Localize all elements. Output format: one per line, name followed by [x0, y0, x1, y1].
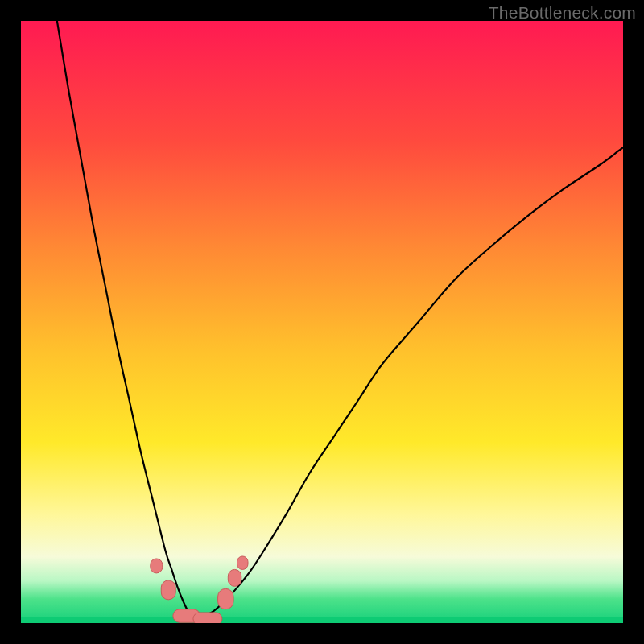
marker-point-1: [161, 580, 175, 600]
marker-point-6: [237, 556, 248, 569]
outer-frame: TheBottleneck.com: [0, 0, 644, 644]
curve-right-branch: [196, 147, 623, 620]
marker-point-4: [218, 588, 233, 609]
curve-left-branch: [57, 21, 196, 620]
marker-point-0: [151, 559, 163, 573]
watermark-text: TheBottleneck.com: [489, 3, 636, 23]
bottleneck-curve: [21, 21, 623, 623]
marker-point-5: [228, 569, 241, 586]
plot-area: [21, 21, 623, 623]
marker-point-3: [193, 613, 222, 623]
